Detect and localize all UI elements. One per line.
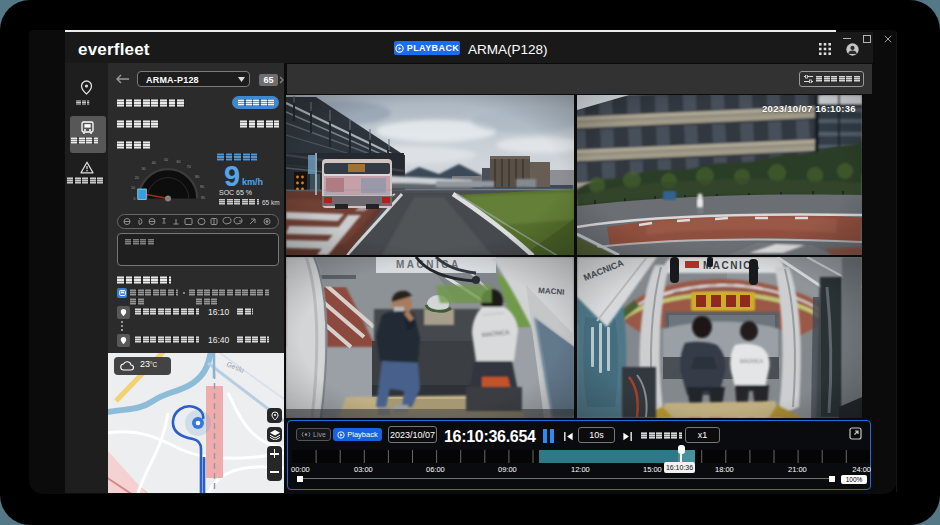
- svg-text:70: 70: [187, 165, 191, 169]
- svg-text:95: 95: [201, 196, 205, 200]
- svg-text:90: 90: [200, 185, 204, 189]
- svg-text:30: 30: [141, 167, 145, 171]
- svg-text:10: 10: [131, 186, 135, 190]
- svg-text:0: 0: [133, 197, 135, 201]
- svg-text:80: 80: [195, 175, 199, 179]
- svg-text:60: 60: [176, 160, 180, 164]
- svg-text:50: 50: [164, 158, 168, 162]
- svg-text:40: 40: [152, 161, 156, 165]
- svg-text:20: 20: [135, 176, 139, 180]
